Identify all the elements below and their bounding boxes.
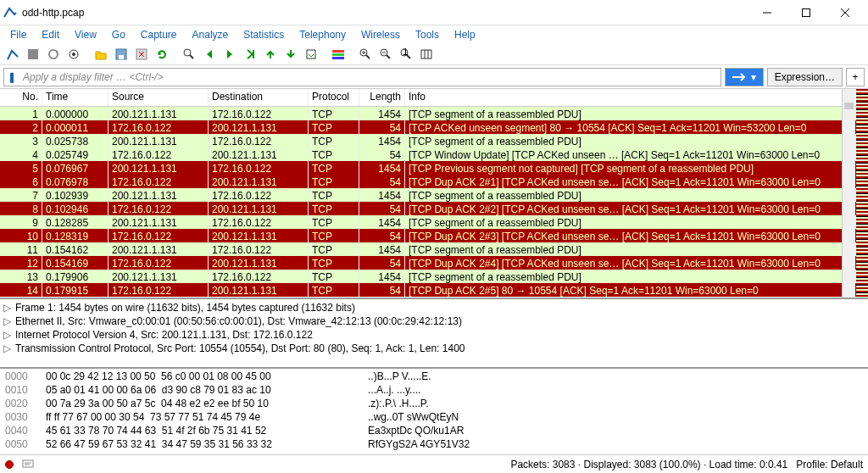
status-bar: Packets: 3083 · Displayed: 3083 (100.0%)… [0,454,868,473]
capture-comment-button[interactable] [22,459,34,470]
find-button[interactable] [180,45,198,64]
menu-statistics[interactable]: Statistics [236,27,291,42]
menu-go[interactable]: Go [105,27,132,42]
hex-row[interactable]: 001005 a0 01 41 00 00 6a 06 d3 90 c8 79 … [5,384,863,398]
packet-row[interactable]: 120.154169172.16.0.122200.121.1.131TCP54… [0,256,868,270]
hex-row[interactable]: 002000 7a 29 3a 00 50 a7 5c 04 48 e2 e2 … [5,398,863,411]
menu-tools[interactable]: Tools [409,27,446,42]
status-profile[interactable]: Profile: Default [796,459,863,470]
wireshark-icon [3,6,17,19]
status-packets: Packets: 3083 · Displayed: 3083 (100.0%)… [510,459,787,470]
add-filter-button[interactable]: + [846,68,865,86]
auto-scroll-button[interactable] [302,45,320,64]
tree-item[interactable]: ▷Frame 1: 1454 bytes on wire (11632 bits… [3,301,865,314]
col-time[interactable]: Time [42,89,108,106]
col-protocol[interactable]: Protocol [309,89,359,106]
menu-telephony[interactable]: Telephony [292,27,353,42]
minimize-button[interactable] [748,0,787,25]
expert-info-icon[interactable] [5,460,14,469]
apply-filter-button[interactable]: ▾ [725,68,764,86]
expand-icon[interactable]: ▷ [3,329,15,341]
packet-row[interactable]: 100.128319172.16.0.122200.121.1.131TCP54… [0,229,868,242]
menu-wireless[interactable]: Wireless [354,27,407,42]
svg-point-7 [72,53,75,56]
start-capture-button[interactable] [3,45,22,64]
close-file-button[interactable] [132,45,151,64]
go-forward-button[interactable] [220,45,239,64]
packet-row[interactable]: 30.025738200.121.1.131172.16.0.122TCP145… [0,134,868,147]
packet-row[interactable]: 20.000011172.16.0.122200.121.1.131TCP54[… [0,120,868,134]
packet-row[interactable]: 110.154162200.121.1.131172.16.0.122TCP14… [0,242,868,256]
colorize-button[interactable] [329,45,348,64]
stop-capture-button[interactable] [24,45,42,64]
svg-rect-30 [421,50,431,58]
go-first-button[interactable] [261,45,280,64]
restart-capture-button[interactable] [44,45,63,64]
menu-analyze[interactable]: Analyze [186,27,236,42]
filter-placeholder: Apply a display filter … <Ctrl-/> [23,71,163,83]
packet-scrollbar[interactable] [842,89,855,298]
tree-item[interactable]: ▷Transmission Control Protocol, Src Port… [3,342,865,355]
packet-row[interactable]: 130.179906200.121.1.131172.16.0.122TCP14… [0,270,868,283]
zoom-reset-button[interactable]: 1 [397,45,415,64]
open-file-button[interactable] [92,45,110,64]
packet-row[interactable]: 40.025749172.16.0.122200.121.1.131TCP54[… [0,147,868,161]
hex-row[interactable]: 000000 0c 29 42 12 13 00 50 56 c0 00 01 … [5,370,863,384]
col-destination[interactable]: Destination [209,89,309,106]
col-length[interactable]: Length [359,89,405,106]
svg-line-14 [190,55,193,58]
expand-icon[interactable]: ▷ [3,342,15,354]
col-source[interactable]: Source [108,89,209,106]
packet-row[interactable]: 50.076967200.121.1.131172.16.0.122TCP145… [0,161,868,175]
packet-row[interactable]: 90.128285200.121.1.131172.16.0.122TCP145… [0,215,868,229]
hex-row[interactable]: 0030ff ff 77 67 00 00 30 54 73 57 77 51 … [5,411,863,425]
go-to-packet-button[interactable] [241,45,259,64]
go-last-button[interactable] [281,45,300,64]
save-file-button[interactable] [112,45,131,64]
svg-text:1: 1 [403,48,409,58]
svg-point-13 [184,49,191,56]
packet-row[interactable]: 60.076978172.16.0.122200.121.1.131TCP54[… [0,175,868,188]
col-no[interactable]: No. [0,89,42,106]
packet-details[interactable]: ▷Frame 1: 1454 bytes on wire (11632 bits… [0,299,868,369]
svg-rect-9 [119,55,124,59]
col-info[interactable]: Info [405,89,868,106]
expand-icon[interactable]: ▷ [3,302,15,314]
svg-rect-4 [28,49,38,59]
bookmark-icon: ❚ [8,71,19,83]
reload-button[interactable] [153,45,171,64]
menu-file[interactable]: File [3,27,33,42]
capture-options-button[interactable] [64,45,83,64]
menu-view[interactable]: View [68,27,103,42]
zoom-in-button[interactable] [356,45,375,64]
packet-minimap[interactable] [856,89,868,298]
menu-capture[interactable]: Capture [134,27,184,42]
menu-help[interactable]: Help [448,27,482,42]
zoom-out-button[interactable] [376,45,395,64]
packet-row[interactable]: 70.102939200.121.1.131172.16.0.122TCP145… [0,188,868,202]
tree-item[interactable]: ▷Internet Protocol Version 4, Src: 200.1… [3,328,865,342]
packet-row[interactable]: 140.179915172.16.0.122200.121.1.131TCP54… [0,283,868,297]
svg-rect-1 [803,8,810,16]
resize-columns-button[interactable] [417,45,436,64]
packet-list-body[interactable]: 10.000000200.121.1.131172.16.0.122TCP145… [0,107,868,298]
go-back-button[interactable] [200,45,219,64]
maximize-button[interactable] [787,0,826,25]
hex-row[interactable]: 005052 66 47 59 67 53 32 41 34 47 59 35 … [5,438,863,452]
hex-row[interactable]: 004045 61 33 78 70 74 44 63 51 4f 2f 6b … [5,425,863,438]
expand-icon[interactable]: ▷ [3,315,15,327]
svg-line-21 [366,55,370,58]
svg-rect-18 [332,53,344,56]
expression-button[interactable]: Expression… [767,68,843,86]
menu-bar: FileEditViewGoCaptureAnalyzeStatisticsTe… [0,25,868,43]
packet-bytes[interactable]: 000000 0c 29 42 12 13 00 50 56 c0 00 01 … [0,369,868,454]
packet-list: No. Time Source Destination Protocol Len… [0,89,868,299]
display-filter-input[interactable]: ❚ Apply a display filter … <Ctrl-/> [3,68,721,86]
close-button[interactable] [826,0,865,25]
packet-row[interactable]: 80.102946172.16.0.122200.121.1.131TCP54[… [0,202,868,215]
filter-bar: ❚ Apply a display filter … <Ctrl-/> ▾ Ex… [0,65,868,89]
packet-row[interactable]: 10.000000200.121.1.131172.16.0.122TCP145… [0,107,868,120]
tree-item[interactable]: ▷Ethernet II, Src: Vmware_c0:00:01 (00:5… [3,314,865,328]
menu-edit[interactable]: Edit [35,27,66,42]
main-toolbar: 1 [0,43,868,65]
